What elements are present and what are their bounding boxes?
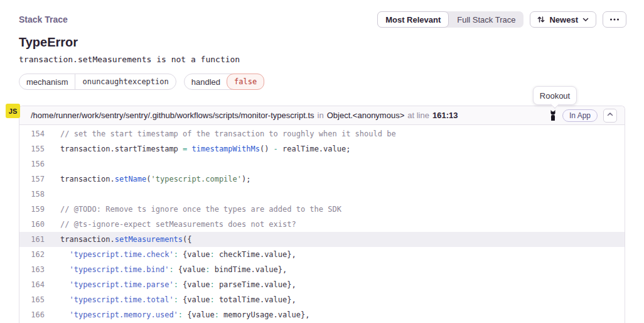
line-code: 'typescript.time.parse': {value: parseTi… xyxy=(60,277,296,292)
code-line-157: 157transaction.setName('typescript.compi… xyxy=(19,172,625,187)
code-line-158: 158 xyxy=(19,187,625,202)
line-code: // @TODO: Remove ts ignore once the type… xyxy=(60,202,341,217)
frame-header-actions: In App xyxy=(549,109,617,123)
tag-pill-handled[interactable]: handledfalse xyxy=(184,74,264,90)
line-code: 'typescript.time.total': {value: totalTi… xyxy=(60,292,296,307)
line-number: 162 xyxy=(19,247,45,262)
code-line-156: 156 xyxy=(19,156,625,172)
code-line-159: 159// @TODO: Remove ts ignore once the t… xyxy=(19,202,625,217)
line-number: 164 xyxy=(19,277,45,292)
segment-full-stack-trace[interactable]: Full Stack Trace xyxy=(449,11,523,28)
error-type-title: TypeError xyxy=(19,35,78,50)
code-line-165: 165 'typescript.time.total': {value: tot… xyxy=(19,292,625,307)
line-code: 'typescript.time.bind': {value: bindTime… xyxy=(60,262,287,277)
line-code: 'typescript.time.check': {value: checkTi… xyxy=(60,247,296,262)
line-number: 159 xyxy=(19,202,45,217)
toolbar-controls: Most RelevantFull Stack Trace Newest xyxy=(377,11,626,28)
code-context: 154// set the start timestamp of the tra… xyxy=(19,125,625,322)
code-line-164: 164 'typescript.time.parse': {value: par… xyxy=(19,277,625,292)
line-code: transaction.setMeasurements({ xyxy=(60,232,192,247)
frame-at-line-label: at line xyxy=(407,111,429,120)
code-line-162: 162 'typescript.time.check': {value: che… xyxy=(19,247,625,262)
tag-key: mechanism xyxy=(19,74,75,89)
sort-arrows-icon xyxy=(537,15,545,24)
in-app-badge: In App xyxy=(562,109,598,122)
line-number: 165 xyxy=(19,292,45,307)
line-code: // @ts-ignore-expect setMeasurements doe… xyxy=(60,217,296,232)
line-number: 158 xyxy=(19,187,45,202)
chevron-down-icon xyxy=(582,16,589,23)
line-code: // set the start timestamp of the transa… xyxy=(60,126,396,141)
frame-in-label: in xyxy=(318,111,324,120)
chevron-up-icon xyxy=(606,111,614,120)
tag-value: onuncaughtexception xyxy=(75,74,175,89)
sort-button[interactable]: Newest xyxy=(530,11,596,28)
line-code: transaction.setName('typescript.compile'… xyxy=(60,172,250,187)
stack-trace-toolbar: Stack Trace Most RelevantFull Stack Trac… xyxy=(19,11,626,28)
code-line-160: 160// @ts-ignore-expect setMeasurements … xyxy=(19,217,625,232)
sort-button-label: Newest xyxy=(549,15,578,25)
code-line-155: 155transaction.startTimestamp = timestam… xyxy=(19,141,625,156)
line-number: 154 xyxy=(19,126,45,141)
tag-key: handled xyxy=(185,74,227,89)
rookout-tooltip-label: Rookout xyxy=(540,91,570,101)
segment-most-relevant[interactable]: Most Relevant xyxy=(377,11,449,28)
rookout-tooltip: Rookout xyxy=(533,86,577,105)
line-code: transaction.startTimestamp = timestampWi… xyxy=(60,141,350,156)
stack-view-segmented-control: Most RelevantFull Stack Trace xyxy=(377,11,523,28)
code-line-161: 161transaction.setMeasurements({ xyxy=(19,232,625,247)
frame-function-name: Object.<anonymous> xyxy=(327,111,405,120)
rookout-icon[interactable] xyxy=(549,110,557,121)
line-number: 163 xyxy=(19,262,45,277)
frame-file-path: /home/runner/work/sentry/sentry/.github/… xyxy=(31,111,314,120)
code-line-163: 163 'typescript.time.bind': {value: bind… xyxy=(19,262,625,277)
line-number: 155 xyxy=(19,141,45,156)
frame-header[interactable]: /home/runner/work/sentry/sentry/.github/… xyxy=(19,106,625,125)
tag-pill-mechanism[interactable]: mechanismonuncaughtexception xyxy=(19,74,176,90)
line-number: 156 xyxy=(19,156,45,172)
frame-line-column: 161:13 xyxy=(432,111,458,120)
ellipsis-icon xyxy=(609,18,620,21)
line-number: 161 xyxy=(19,232,45,247)
line-number: 157 xyxy=(19,172,45,187)
code-line-166: 166 'typescript.memory.used': {value: me… xyxy=(19,307,625,322)
stack-frame: JS /home/runner/work/sentry/sentry/.gith… xyxy=(19,106,625,323)
code-line-154: 154// set the start timestamp of the tra… xyxy=(19,126,625,141)
line-number: 166 xyxy=(19,307,45,322)
line-number: 160 xyxy=(19,217,45,232)
javascript-platform-icon: JS xyxy=(6,104,20,118)
section-title: Stack Trace xyxy=(19,14,68,25)
more-options-button[interactable] xyxy=(603,11,626,28)
error-message: transaction.setMeasurements is not a fun… xyxy=(19,55,240,64)
collapse-frame-button[interactable] xyxy=(603,109,617,123)
tag-list: mechanismonuncaughtexceptionhandledfalse xyxy=(19,74,264,90)
line-code: 'typescript.memory.used': {value: memory… xyxy=(60,307,309,322)
tag-value: false xyxy=(227,74,264,90)
